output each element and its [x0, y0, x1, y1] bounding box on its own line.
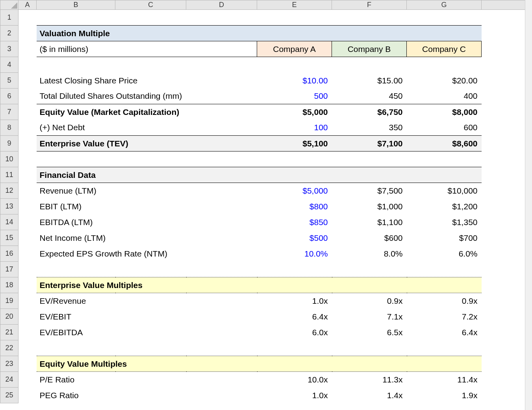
label-net-debt[interactable]: (+) Net Debt	[37, 120, 257, 136]
val-eps-growth-b[interactable]: 8.0%	[332, 246, 407, 262]
val-net-debt-b[interactable]: 350	[332, 120, 407, 136]
cell[interactable]	[19, 26, 37, 41]
cell[interactable]	[482, 388, 532, 403]
cell[interactable]	[19, 57, 37, 73]
cell[interactable]	[19, 325, 37, 340]
cell[interactable]	[19, 73, 37, 89]
cell[interactable]	[19, 277, 37, 293]
val-shares-out-a[interactable]: 500	[257, 89, 332, 104]
val-ev-ebitda-c[interactable]: 6.4x	[407, 325, 482, 340]
val-revenue-c[interactable]: $10,000	[407, 183, 482, 199]
cell[interactable]	[19, 388, 37, 403]
row-header[interactable]: 4	[0, 57, 19, 73]
col-header-A[interactable]: A	[19, 0, 37, 10]
cell[interactable]	[19, 104, 37, 120]
row-header[interactable]: 3	[0, 41, 19, 57]
cell[interactable]	[482, 10, 532, 26]
cell[interactable]	[482, 325, 532, 340]
val-peg-a[interactable]: 1.0x	[257, 388, 332, 403]
cell[interactable]	[482, 41, 532, 57]
val-revenue-b[interactable]: $7,500	[332, 183, 407, 199]
title-cell[interactable]: Valuation Multiple	[37, 26, 482, 41]
val-ev-ebitda-b[interactable]: 6.5x	[332, 325, 407, 340]
label-net-income[interactable]: Net Income (LTM)	[37, 230, 257, 246]
cell[interactable]	[19, 89, 37, 104]
val-share-price-a[interactable]: $10.00	[257, 73, 332, 89]
units-label[interactable]: ($ in millions)	[37, 41, 257, 57]
row-header[interactable]: 8	[0, 120, 19, 136]
val-share-price-c[interactable]: $20.00	[407, 73, 482, 89]
cell[interactable]	[37, 10, 482, 26]
col-header-F[interactable]: F	[332, 0, 407, 10]
val-peg-c[interactable]: 1.9x	[407, 388, 482, 403]
row-header[interactable]: 1	[0, 10, 19, 26]
val-revenue-a[interactable]: $5,000	[257, 183, 332, 199]
val-net-income-a[interactable]: $500	[257, 230, 332, 246]
cell[interactable]	[19, 183, 37, 199]
cell[interactable]	[19, 356, 37, 372]
row-header[interactable]: 24	[0, 372, 19, 388]
row-header[interactable]: 5	[0, 73, 19, 89]
cell[interactable]	[482, 277, 532, 293]
row-header[interactable]: 13	[0, 199, 19, 214]
label-peg[interactable]: PEG Ratio	[37, 388, 257, 403]
company-b-header[interactable]: Company B	[332, 41, 407, 57]
row-header[interactable]: 25	[0, 388, 19, 403]
label-ev-ebitda[interactable]: EV/EBITDA	[37, 325, 257, 340]
cell[interactable]	[482, 293, 532, 309]
val-net-income-b[interactable]: $600	[332, 230, 407, 246]
header-ev-multiples[interactable]: Enterprise Value Multiples	[37, 277, 482, 293]
cell[interactable]	[37, 57, 482, 73]
row-header[interactable]: 7	[0, 104, 19, 120]
val-ev-a[interactable]: $5,100	[257, 136, 332, 151]
val-equity-value-a[interactable]: $5,000	[257, 104, 332, 120]
cell[interactable]	[19, 10, 37, 26]
row-header[interactable]: 10	[0, 151, 19, 167]
cell[interactable]	[19, 199, 37, 214]
row-header[interactable]: 11	[0, 167, 19, 183]
cell[interactable]	[37, 262, 482, 277]
cell[interactable]	[482, 214, 532, 230]
val-ev-c[interactable]: $8,600	[407, 136, 482, 151]
val-net-debt-a[interactable]: 100	[257, 120, 332, 136]
row-header[interactable]: 18	[0, 277, 19, 293]
cell[interactable]	[482, 104, 532, 120]
row-header[interactable]: 15	[0, 230, 19, 246]
label-ev[interactable]: Enterprise Value (TEV)	[37, 136, 257, 151]
header-financial-data[interactable]: Financial Data	[37, 167, 482, 183]
cell[interactable]	[482, 262, 532, 277]
row-header[interactable]: 20	[0, 309, 19, 325]
cell[interactable]	[482, 372, 532, 388]
col-header-D[interactable]: D	[186, 0, 257, 10]
cell[interactable]	[482, 183, 532, 199]
company-a-header[interactable]: Company A	[257, 41, 332, 57]
cell[interactable]	[19, 372, 37, 388]
val-ev-rev-a[interactable]: 1.0x	[257, 293, 332, 309]
val-shares-out-c[interactable]: 400	[407, 89, 482, 104]
row-header[interactable]: 14	[0, 214, 19, 230]
val-eps-growth-a[interactable]: 10.0%	[257, 246, 332, 262]
column-header-row[interactable]: A B C D E F G	[0, 0, 532, 10]
cell[interactable]	[482, 151, 532, 167]
val-net-debt-c[interactable]: 600	[407, 120, 482, 136]
val-shares-out-b[interactable]: 450	[332, 89, 407, 104]
row-header[interactable]: 17	[0, 262, 19, 277]
cell[interactable]	[482, 73, 532, 89]
cell[interactable]	[19, 293, 37, 309]
vertical-scrollbar[interactable]	[525, 0, 532, 410]
label-revenue[interactable]: Revenue (LTM)	[37, 183, 257, 199]
val-ev-rev-c[interactable]: 0.9x	[407, 293, 482, 309]
val-ev-ebit-b[interactable]: 7.1x	[332, 309, 407, 325]
label-eps-growth[interactable]: Expected EPS Growth Rate (NTM)	[37, 246, 257, 262]
cell[interactable]	[19, 120, 37, 136]
col-header-C[interactable]: C	[115, 0, 186, 10]
val-ebit-a[interactable]: $800	[257, 199, 332, 214]
val-pe-c[interactable]: 11.4x	[407, 372, 482, 388]
val-ebit-c[interactable]: $1,200	[407, 199, 482, 214]
val-ev-ebit-c[interactable]: 7.2x	[407, 309, 482, 325]
col-header-B[interactable]: B	[37, 0, 115, 10]
row-header[interactable]: 2	[0, 26, 19, 41]
val-ev-ebit-a[interactable]: 6.4x	[257, 309, 332, 325]
row-header[interactable]: 9	[0, 136, 19, 151]
col-header-extra[interactable]	[482, 0, 532, 10]
